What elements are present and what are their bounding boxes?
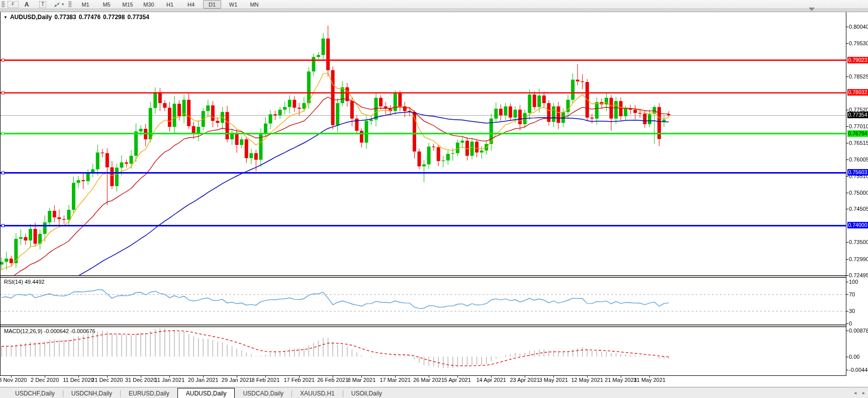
rsi-level-label: 100: [849, 279, 868, 285]
timeframe-button-w1[interactable]: W1: [224, 0, 242, 9]
chart-tab-usdcnh-daily[interactable]: USDCNH,Daily: [63, 389, 120, 398]
hline-price-tag[interactable]: 0.78032: [847, 89, 868, 96]
top-toolbar: F A T ▾ M1M5M15M30H1H4D1W1MN: [0, 0, 868, 9]
chart-tab-audusd-daily[interactable]: AUDUSD,Daily: [177, 388, 235, 398]
text-t-icon[interactable]: T: [39, 1, 46, 8]
price-tick-label: 0.73500: [849, 239, 868, 245]
macd-axis-label: -0.004451: [849, 367, 868, 373]
tab-scroll-controls: ◂ ▸: [854, 390, 865, 395]
rsi-label: RSI(14) 49.4492: [4, 279, 45, 285]
price-tick-label: 0.76005: [849, 156, 868, 163]
shapes-arrow-icon[interactable]: ▾: [51, 0, 67, 9]
rsi-level-label: 0: [849, 321, 868, 327]
ohlc-open: 0.77383: [54, 14, 76, 21]
date-tick-label: 31 May 2021: [629, 377, 669, 383]
price-tick-label: 0.77010: [849, 123, 868, 129]
price-tick-label: 0.80040: [849, 24, 868, 30]
chart-tab-usdchf-daily[interactable]: USDCHF,Daily: [7, 389, 63, 398]
ohlc-close: 0.77354: [127, 14, 149, 21]
timeframe-button-mn[interactable]: MN: [245, 0, 263, 9]
tab-scroll-left-icon[interactable]: ◂: [854, 390, 856, 395]
grid-f-icon[interactable]: F: [8, 1, 19, 8]
price-tick-label: 0.78525: [849, 73, 868, 79]
chart-tabbar: USDCHF,DailyUSDCNH,DailyEURUSD,DailyAUDU…: [0, 387, 868, 398]
tab-scroll-right-icon[interactable]: ▸: [862, 390, 865, 395]
macd-label: MACD(12,26,9) -0.000642 -0.000676: [4, 328, 95, 334]
toolbar-grip-2[interactable]: [68, 1, 72, 8]
hline-price-tag[interactable]: 0.79023: [847, 57, 868, 63]
timeframe-button-m5[interactable]: M5: [98, 0, 116, 9]
rsi-level-label: 70: [849, 291, 868, 297]
timeframe-button-d1[interactable]: D1: [203, 0, 221, 9]
chart-tab-usoil-daily[interactable]: USOil,Daily: [343, 389, 390, 398]
hline-price-tag[interactable]: 0.75603: [847, 169, 868, 176]
toolbar-edge: [0, 9, 868, 12]
chart-tab-usdcad-daily[interactable]: USDCAD,Daily: [235, 389, 292, 398]
timeframe-button-m15[interactable]: M15: [119, 0, 137, 9]
chart-tab-xauusd-h1[interactable]: XAUUSD,H1: [292, 389, 343, 398]
timeframe-button-m30[interactable]: M30: [140, 0, 158, 9]
toolbar-grip[interactable]: [2, 1, 5, 8]
price-tick-label: 0.72990: [849, 256, 868, 262]
macd-axis-label: 0.00: [849, 354, 868, 360]
current-price-tag: 0.77354: [847, 112, 868, 118]
macd-axis-label: 0.008782: [849, 328, 868, 334]
price-tick-label: 0.74505: [849, 206, 868, 212]
price-tick-label: 0.72495: [849, 272, 868, 278]
ohlc-high: 0.77476: [79, 14, 101, 21]
chart-canvas[interactable]: [0, 0, 868, 398]
font-a-icon[interactable]: A: [19, 0, 35, 9]
timeframe-group: M1M5M15M30H1H4D1W1MN: [76, 0, 263, 9]
chart-title: ▼ AUDUSD,Daily 0.77383 0.77476 0.77298 0…: [4, 14, 149, 21]
tabs-holder: USDCHF,DailyUSDCNH,DailyEURUSD,DailyAUDU…: [7, 388, 390, 398]
chart-tab-eurusd-daily[interactable]: EURUSD,Daily: [121, 389, 177, 398]
timeframe-button-m1[interactable]: M1: [76, 0, 94, 9]
timeframe-button-h4[interactable]: H4: [182, 0, 200, 9]
hline-price-tag[interactable]: 0.74000: [847, 222, 868, 228]
terminal-window: F A T ▾ M1M5M15M30H1H4D1W1MN ▼ AUDUSD,Da…: [0, 0, 868, 398]
price-tick-label: 0.75000: [849, 190, 868, 196]
chart-shift-marker[interactable]: [809, 8, 815, 11]
price-tick-label: 0.79530: [849, 40, 868, 46]
ohlc-low: 0.77298: [103, 14, 125, 21]
hline-price-tag[interactable]: 0.76794: [847, 130, 868, 137]
price-tick-label: 0.76515: [849, 140, 868, 146]
rsi-level-label: 30: [849, 308, 868, 314]
symbol-dropdown-icon[interactable]: ▼: [4, 15, 8, 20]
dropdown-caret[interactable]: ▾: [62, 2, 64, 7]
symbol-label: AUDUSD,Daily: [10, 14, 52, 21]
timeframe-button-h1[interactable]: H1: [161, 0, 179, 9]
